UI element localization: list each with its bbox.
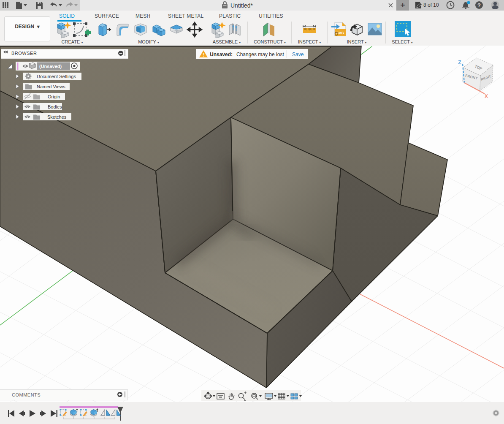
svg-text:Z: Z: [458, 60, 461, 65]
svg-text:(Unsaved): (Unsaved): [39, 64, 62, 69]
svg-text:Origin: Origin: [48, 94, 60, 99]
svg-text:Named Views: Named Views: [37, 84, 65, 89]
svg-text:Sketches: Sketches: [47, 114, 67, 120]
svg-text:BROWSER: BROWSER: [11, 51, 37, 56]
svg-text:?: ?: [477, 2, 481, 8]
svg-text:COMMENTS: COMMENTS: [12, 392, 41, 397]
svg-text:X: X: [485, 93, 488, 99]
svg-text:!: !: [203, 53, 204, 57]
svg-text:Unsaved:: Unsaved:: [210, 52, 233, 57]
svg-text:Changes may be lost: Changes may be lost: [236, 52, 284, 57]
svg-text:Document Settings: Document Settings: [37, 74, 76, 79]
svg-text:Bodies: Bodies: [48, 104, 62, 109]
svg-text:Save: Save: [292, 52, 304, 57]
